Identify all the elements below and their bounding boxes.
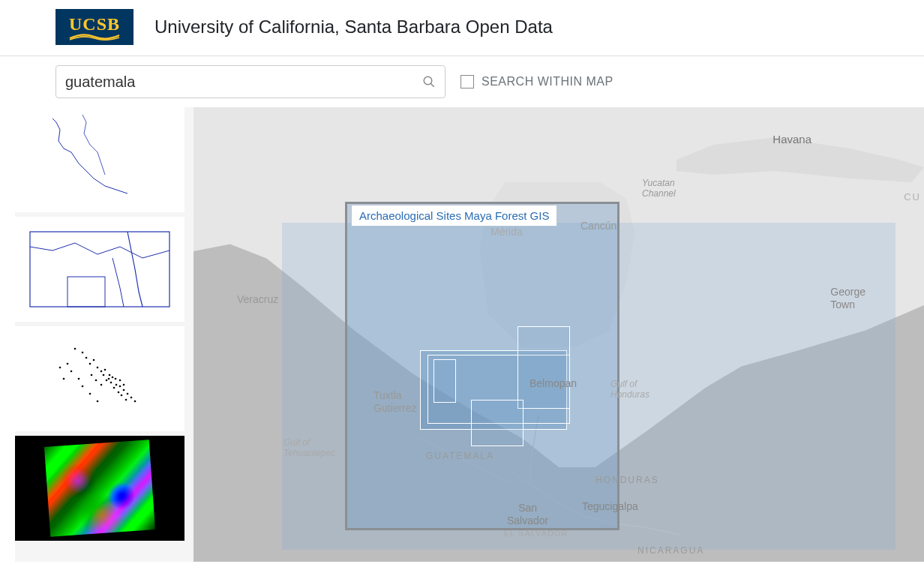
result-thumbnail[interactable] [15,326,184,431]
map-label: Cancún [580,220,616,232]
search-input[interactable] [65,74,422,91]
svg-point-11 [104,369,106,371]
svg-point-29 [82,386,84,388]
map-label: NICARAGUA [638,545,704,556]
svg-point-21 [121,394,123,397]
ucsb-logo[interactable]: UCSB [56,9,134,45]
svg-point-22 [127,393,129,395]
svg-point-23 [125,399,128,401]
within-map-label: SEARCH WITHIN MAP [482,75,614,88]
svg-point-25 [134,400,136,403]
svg-point-36 [115,378,117,380]
main-content: Archaeological Sites Maya Forest GIS Hav… [15,107,924,562]
svg-point-34 [106,380,108,382]
svg-point-38 [123,384,125,386]
bbox-overlay[interactable] [471,400,524,446]
map-tooltip[interactable]: Archaeological Sites Maya Forest GIS [351,205,557,226]
search-icon[interactable] [422,75,436,88]
svg-point-26 [67,363,69,365]
svg-point-41 [91,374,93,376]
result-thumbnail[interactable] [15,107,184,212]
svg-point-14 [112,376,114,379]
svg-line-1 [430,83,434,87]
svg-point-27 [70,370,73,373]
site-title: University of California, Santa Barbara … [154,16,553,38]
map-label: Havana [772,133,812,146]
svg-point-7 [89,363,92,365]
search-toolbar: SEARCH WITHIN MAP [0,56,924,107]
satellite-image-icon [44,440,155,536]
svg-point-24 [130,397,133,399]
svg-point-15 [110,382,112,384]
svg-point-19 [118,392,120,394]
svg-point-16 [116,384,118,386]
map-label: YucatanChannel [642,178,676,200]
svg-point-33 [63,378,65,380]
map-label: HONDURAS [596,475,659,485]
svg-point-4 [74,348,76,350]
svg-point-0 [424,76,432,85]
map-label: Gulf ofTehuantepec [284,437,335,459]
search-within-map[interactable]: SEARCH WITHIN MAP [460,75,614,88]
svg-point-5 [82,352,84,354]
svg-rect-3 [68,277,105,307]
result-thumbnail[interactable] [15,217,184,322]
bbox-overlay[interactable] [434,359,456,403]
svg-point-12 [103,374,105,376]
results-sidebar [15,107,194,562]
map-label: Tegucigalpa [582,500,638,512]
logo-swoosh-icon [68,33,121,40]
svg-point-10 [100,370,103,373]
map-label: Gulf ofHonduras [610,379,650,400]
svg-point-13 [108,378,110,380]
map-label: Belmopan [530,377,577,389]
svg-point-35 [109,374,111,376]
svg-point-6 [86,357,88,359]
svg-point-20 [123,389,125,392]
map-label: CU [904,191,921,202]
map-label: Mérida [490,226,523,238]
map-view[interactable]: Archaeological Sites Maya Forest GIS Hav… [194,107,924,562]
map-label: EL SALVADOR [504,529,568,538]
map-label: GUATEMALA [426,451,494,461]
svg-point-39 [100,384,103,386]
result-thumbnail[interactable] [15,436,184,541]
map-label: GeorgeTown [830,286,866,311]
bbox-overlay[interactable] [518,326,570,409]
map-label: SanSalvador [507,502,548,527]
svg-point-30 [89,393,92,395]
svg-point-9 [97,367,99,369]
map-label: Veracruz [237,293,278,305]
svg-point-31 [97,400,99,403]
within-map-checkbox[interactable] [460,75,474,88]
logo-text: UCSB [69,14,120,34]
svg-point-8 [93,359,95,362]
svg-point-40 [95,380,98,382]
svg-rect-2 [30,232,170,307]
svg-point-18 [119,386,122,388]
svg-point-17 [113,387,116,389]
svg-point-37 [119,380,122,382]
site-header: UCSB University of California, Santa Bar… [0,0,924,56]
map-label: TuxtlaGutierrez [374,389,417,415]
svg-point-32 [59,367,62,369]
search-box[interactable] [56,65,446,98]
svg-point-28 [78,378,80,380]
